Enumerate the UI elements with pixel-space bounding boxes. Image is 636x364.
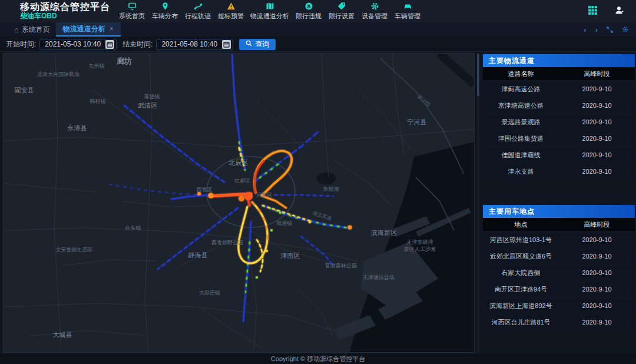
end-time-label: 结束时间: (122, 39, 153, 49)
name-cell: 河西区台儿庄路81号 (483, 315, 559, 330)
table-row[interactable]: 石家大院西侧2020-9-10 (483, 265, 635, 280)
nav-item-vehicle-distribution[interactable]: 车辆分布 (148, 2, 181, 21)
peak-time-cell: 2020-9-10 (559, 147, 635, 163)
table-row[interactable]: 津蓟高速公路2020-9-10 (483, 81, 635, 97)
svg-text:红桥区: 红桥区 (234, 178, 251, 184)
column-peak-time: 高峰时段 (559, 218, 635, 231)
svg-text:台头镇: 台头镇 (125, 225, 141, 231)
svg-text:文安鲁能生态区: 文安鲁能生态区 (56, 247, 93, 253)
table-row[interactable]: 河西区台儿庄路81号2020-9-10 (483, 315, 635, 330)
peak-time-cell: 2020-9-10 (559, 131, 635, 146)
tag-icon (328, 2, 355, 11)
copyright-text: Copyright © 移动源综合管控平台 (271, 355, 365, 363)
nav-label: 车辆分布 (152, 12, 178, 19)
end-time-value: 2021-05-08 10:40 (161, 40, 217, 48)
tab-system-home[interactable]: ⌂ 系统首页 (8, 22, 56, 37)
nav-item-vehicle-management[interactable]: 车辆管理 (391, 2, 424, 21)
chevron-right-icon[interactable]: › (595, 25, 598, 34)
page-footer: Copyright © 移动源综合管控平台 (0, 354, 636, 364)
svg-text:河东区: 河东区 (257, 192, 273, 198)
svg-text:廊坊: 廊坊 (116, 57, 132, 65)
column-peak-time: 高峰时段 (559, 67, 635, 80)
table-row[interactable]: 滨海新区上海道892号2020-9-10 (483, 298, 635, 313)
nav-item-alerts[interactable]: 超标预警 (214, 2, 247, 21)
peak-time-cell: 2020-9-10 (559, 232, 635, 247)
main-nav: 系统首页 车辆分布 行程轨迹 超标预警 物流通道分析 (115, 2, 424, 21)
tab-logistics-analysis[interactable]: 物流通道分析 × (56, 22, 121, 37)
lake (317, 173, 336, 184)
column-road-name: 道路名称 (483, 67, 559, 80)
panel-title: 主要物流通道 (483, 54, 635, 67)
table-row[interactable]: 南开区卫津路94号2020-9-10 (483, 282, 635, 297)
table-row[interactable]: 近郊北辰区顺义道6号2020-9-10 (483, 249, 635, 264)
svg-text:落垡镇: 落垡镇 (144, 94, 160, 100)
table-row[interactable]: 景远路景观路2020-9-10 (483, 114, 635, 130)
svg-text:永清县: 永清县 (68, 124, 87, 131)
app-subtitle: 柴油车OBD (20, 12, 113, 21)
svg-text:西青区: 西青区 (197, 187, 213, 193)
peak-time-cell: 2020-9-10 (559, 315, 635, 330)
peak-time-cell: 2020-9-10 (559, 164, 635, 179)
channels-table-body: 津蓟高速公路2020-9-10京津塘高速公路2020-9-10景远路景观路202… (483, 81, 635, 179)
nav-item-trip-track[interactable]: 行程轨迹 (181, 2, 214, 21)
name-cell: 景远路景观路 (483, 114, 559, 130)
table-row[interactable]: 津围公路集货道2020-9-10 (483, 131, 635, 146)
name-cell: 津永支路 (483, 164, 559, 179)
search-button-label: 查询 (255, 39, 269, 49)
end-time-input[interactable]: 2021-05-08 10:40 (156, 39, 233, 50)
peak-time-cell: 2020-9-10 (559, 114, 635, 130)
app-header: 移动源综合管控平台 柴油车OBD 系统首页 车辆分布 行程轨迹 超标预警 (0, 0, 636, 22)
nav-label: 超标预警 (218, 12, 244, 19)
peak-time-cell: 2020-9-10 (559, 249, 635, 264)
name-cell: 京津塘高速公路 (483, 98, 559, 113)
search-button[interactable]: 查询 (239, 39, 276, 50)
no-entry-icon (295, 2, 322, 11)
home-icon: ⌂ (14, 25, 19, 34)
calendar-icon[interactable] (105, 40, 114, 49)
svg-text:固安县: 固安县 (15, 87, 34, 94)
table-row[interactable]: 津永支路2020-9-10 (483, 164, 635, 179)
svg-text:大城县: 大城县 (53, 331, 72, 338)
user-icon[interactable] (614, 5, 624, 18)
nav-label: 设备管理 (362, 12, 387, 19)
right-sidebar: 主要物流通道 道路名称 高峰时段 津蓟高速公路2020-9-10京津塘高速公路2… (483, 53, 635, 354)
svg-text:宁河县: 宁河县 (408, 118, 427, 125)
table-row[interactable]: 佳园道津霸线2020-9-10 (483, 147, 635, 163)
svg-text:武清区: 武清区 (138, 102, 158, 109)
table-header: 地点 高峰时段 (483, 218, 635, 231)
start-time-input[interactable]: 2021-05-03 10:40 (39, 39, 117, 50)
svg-text:景区人工沙滩: 景区人工沙滩 (404, 246, 436, 252)
table-row[interactable]: 京津塘高速公路2020-9-10 (483, 98, 635, 113)
svg-text:北京大兴国际机场: 北京大兴国际机场 (37, 71, 80, 77)
chevron-left-icon[interactable]: ‹ (584, 25, 586, 34)
nav-item-device-management[interactable]: 设备管理 (358, 2, 391, 21)
name-cell: 津围公路集货道 (483, 131, 559, 146)
map-scrollbar[interactable] (477, 54, 479, 353)
peak-time-cell: 2020-9-10 (559, 98, 635, 113)
nav-item-restriction-settings[interactable]: 限行设置 (325, 2, 358, 21)
svg-text:西青郊野公园: 西青郊野公园 (211, 240, 243, 246)
car-icon (394, 2, 421, 11)
name-cell: 佳园道津霸线 (483, 147, 559, 163)
peak-time-cell: 2020-9-10 (559, 81, 635, 97)
nav-item-home[interactable]: 系统首页 (115, 2, 148, 21)
svg-text:天津东疆湾: 天津东疆湾 (407, 239, 433, 245)
expand-icon[interactable] (607, 27, 613, 33)
nav-item-logistics-analysis[interactable]: 物流通道分析 (247, 2, 292, 21)
tab-label: 物流通道分析 (63, 24, 105, 34)
scrollbar-thumb[interactable] (477, 54, 479, 96)
nav-label: 行程轨迹 (185, 12, 211, 19)
close-icon[interactable]: × (110, 25, 114, 33)
table-row[interactable]: 河西区琼州道103-1号2020-9-10 (483, 232, 635, 247)
apps-grid-icon[interactable] (588, 5, 598, 18)
heatmap-map[interactable]: 廊坊 九州镇 北京大兴国际机场 固安县 落垡镇 韩村镇 武清区 永清县 宁河县 … (3, 53, 475, 353)
name-cell: 南开区卫津路94号 (483, 282, 559, 297)
monitor-icon (118, 2, 145, 11)
svg-text:九州镇: 九州镇 (89, 63, 105, 69)
svg-text:静海县: 静海县 (188, 252, 208, 259)
calendar-icon[interactable] (222, 40, 231, 49)
peak-time-cell: 2020-9-10 (559, 282, 635, 297)
nav-item-restriction-violation[interactable]: 限行违规 (292, 2, 325, 21)
gear-icon[interactable] (622, 26, 629, 33)
nav-label: 限行设置 (329, 12, 355, 19)
